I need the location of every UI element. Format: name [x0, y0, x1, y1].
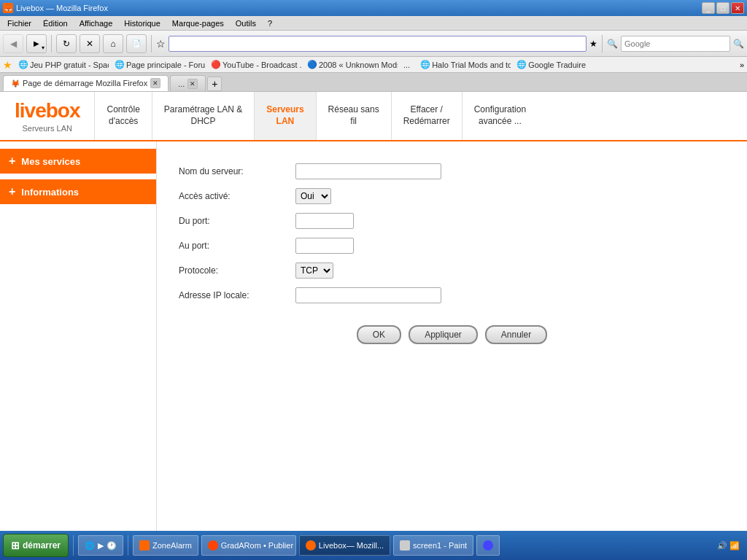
- appliquer-button[interactable]: Appliquer: [409, 325, 478, 344]
- menu-marque-pages[interactable]: Marque-pages: [168, 18, 228, 29]
- tabs-bar: 🦊 Page de démarrage Mozilla Firefox ✕ ..…: [0, 73, 747, 92]
- nav-bar: ◀ ▶ ▾ ↻ ✕ ⌂ 📄 ☆ ★ 🔍 🔍: [0, 31, 747, 57]
- nav-tab-2[interactable]: ServeursLAN: [254, 92, 315, 140]
- form-row-nom: Nom du serveur:: [179, 163, 725, 179]
- bookmark-star-icon[interactable]: ★: [589, 39, 597, 49]
- bookmark-3[interactable]: 🔵 2008 « Unknown Mods: [303, 58, 398, 71]
- window-title: Livebox — Mozilla Firefox: [16, 4, 108, 12]
- form-row-acces: Accès activé: Oui Non: [179, 188, 725, 204]
- tab-close-1[interactable]: ✕: [187, 79, 198, 89]
- sidebar-item-mes-services[interactable]: + Mes services: [0, 149, 156, 174]
- menu-historique[interactable]: Historique: [120, 18, 165, 29]
- address-bar[interactable]: [169, 36, 587, 52]
- home-button[interactable]: ⌂: [103, 34, 123, 53]
- sidebar: + Mes services + Informations: [0, 141, 157, 531]
- bookmark-more[interactable]: ...: [399, 59, 414, 71]
- top-nav: livebox Serveurs LAN Contrôled'accès Par…: [0, 92, 747, 141]
- select-acces-active[interactable]: Oui Non: [295, 188, 331, 204]
- tab-0[interactable]: 🦊 Page de démarrage Mozilla Firefox ✕: [3, 75, 169, 91]
- annuler-button[interactable]: Annuler: [485, 325, 547, 344]
- input-du-port[interactable]: [295, 213, 354, 229]
- menu-outils[interactable]: Outils: [231, 18, 260, 29]
- page-subtitle: Serveurs LAN: [15, 124, 80, 133]
- bookmarks-bar: ★ 🌐 Jeu PHP gratuit - Spac... 🌐 Page pri…: [0, 57, 747, 73]
- bookmark-0[interactable]: 🌐 Jeu PHP gratuit - Spac...: [14, 58, 109, 71]
- menu-help[interactable]: ?: [263, 18, 276, 29]
- search-submit-icon[interactable]: 🔍: [733, 39, 744, 49]
- minimize-button[interactable]: _: [702, 2, 715, 14]
- input-au-port[interactable]: [295, 238, 354, 254]
- menu-edition[interactable]: Édition: [39, 18, 72, 29]
- new-tab-button[interactable]: +: [207, 77, 222, 91]
- page-content: + Mes services + Informations Nom du ser…: [0, 141, 747, 531]
- menu-affichage[interactable]: Affichage: [75, 18, 117, 29]
- firefox-icon: 🦊: [3, 3, 13, 13]
- mes-services-label: Mes services: [21, 156, 80, 167]
- bookmark-2[interactable]: 🔴 YouTube - Broadcast ...: [206, 58, 301, 71]
- label-acces: Accès activé:: [179, 191, 295, 201]
- menu-fichier[interactable]: Fichier: [3, 18, 36, 29]
- page-button[interactable]: 📄: [126, 34, 147, 53]
- nav-tab-5[interactable]: Configurationavancée ...: [462, 92, 538, 140]
- search-input[interactable]: [621, 36, 730, 52]
- close-button[interactable]: ✕: [731, 2, 744, 14]
- bookmark-1[interactable]: 🌐 Page principale - Foru...: [110, 58, 205, 71]
- bookmark-6[interactable]: 🌐 Google Traduire: [512, 58, 590, 71]
- sidebar-item-informations[interactable]: + Informations: [0, 179, 156, 204]
- title-bar: 🦊 Livebox — Mozilla Firefox _ □ ✕: [0, 0, 747, 16]
- form-row-du-port: Du port:: [179, 213, 725, 229]
- tab-1[interactable]: ... ✕: [170, 75, 206, 91]
- label-protocole: Protocole:: [179, 265, 295, 276]
- logo: livebox: [15, 99, 80, 122]
- menu-bar: Fichier Édition Affichage Historique Mar…: [0, 16, 747, 31]
- refresh-button[interactable]: ↻: [56, 34, 77, 53]
- form-row-ip: Adresse IP locale:: [179, 287, 725, 303]
- maximize-button[interactable]: □: [716, 2, 729, 14]
- forward-button[interactable]: ▶ ▾: [26, 34, 47, 53]
- logo-area: livebox Serveurs LAN: [0, 92, 94, 140]
- label-du-port: Du port:: [179, 216, 295, 226]
- informations-plus-icon: +: [9, 185, 15, 198]
- server-form: Nom du serveur: Accès activé: Oui Non Du…: [179, 163, 725, 344]
- label-nom: Nom du serveur:: [179, 166, 295, 176]
- tab-close-0[interactable]: ✕: [150, 78, 160, 88]
- form-row-au-port: Au port:: [179, 238, 725, 254]
- label-ip: Adresse IP locale:: [179, 290, 295, 300]
- main-content: Nom du serveur: Accès activé: Oui Non Du…: [157, 141, 747, 531]
- input-ip-locale[interactable]: [295, 287, 441, 303]
- star-icon[interactable]: ☆: [156, 38, 166, 50]
- bookmarks-more-button[interactable]: »: [740, 61, 744, 69]
- nav-tabs: Contrôled'accès Paramétrage LAN &DHCP Se…: [94, 92, 747, 140]
- form-buttons: OK Appliquer Annuler: [179, 325, 725, 344]
- nav-tab-4[interactable]: Effacer /Redémarrer: [391, 92, 462, 140]
- star-bookmarks-icon: ★: [3, 59, 12, 71]
- search-icon: 🔍: [607, 39, 618, 49]
- bookmark-5[interactable]: 🌐 Halo Trial Mods and to...: [416, 58, 511, 71]
- back-button[interactable]: ◀: [3, 34, 23, 53]
- form-row-protocole: Protocole: TCP UDP: [179, 262, 725, 279]
- nav-tab-1[interactable]: Paramétrage LAN &DHCP: [152, 92, 254, 140]
- select-protocole[interactable]: TCP UDP: [295, 262, 333, 279]
- label-au-port: Au port:: [179, 241, 295, 251]
- input-nom-serveur[interactable]: [295, 163, 441, 179]
- mes-services-plus-icon: +: [9, 155, 15, 168]
- stop-button[interactable]: ✕: [80, 34, 100, 53]
- nav-tab-3[interactable]: Réseau sansfil: [316, 92, 391, 140]
- nav-tab-0[interactable]: Contrôled'accès: [94, 92, 151, 140]
- informations-label: Informations: [21, 187, 79, 198]
- ok-button[interactable]: OK: [357, 325, 401, 344]
